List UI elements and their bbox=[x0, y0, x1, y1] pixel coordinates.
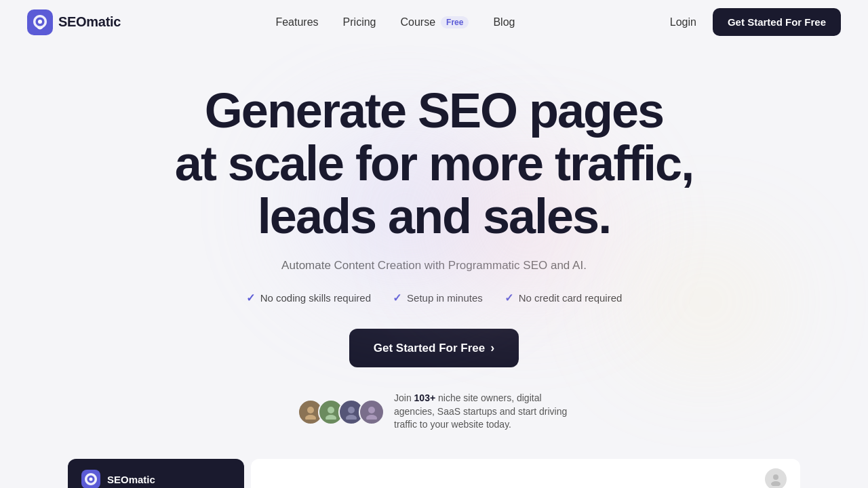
hero-cta-label: Get Started For Free bbox=[374, 342, 485, 355]
hero-section: Generate SEO pages at scale for more tra… bbox=[0, 44, 868, 459]
social-text-before: Join bbox=[394, 392, 414, 403]
svg-point-8 bbox=[368, 407, 375, 413]
hero-checks: ✓ No coding skills required ✓ Setup in m… bbox=[246, 291, 623, 304]
social-count: 103+ bbox=[414, 392, 436, 403]
svg-point-11 bbox=[90, 478, 93, 481]
check-icon-2: ✓ bbox=[393, 291, 401, 304]
nav-right: Login Get Started For Free bbox=[670, 8, 841, 36]
svg-point-6 bbox=[348, 407, 355, 413]
svg-point-3 bbox=[305, 415, 316, 420]
bottom-logo-text: SEOmatic bbox=[107, 474, 155, 485]
check-icon-3: ✓ bbox=[505, 291, 513, 304]
avatars-group bbox=[298, 399, 384, 425]
avatar-1-img bbox=[303, 405, 318, 420]
bottom-partial: SEOmatic bbox=[0, 459, 868, 488]
nav-pricing[interactable]: Pricing bbox=[343, 16, 376, 28]
logo-icon bbox=[27, 9, 53, 35]
bottom-light-card bbox=[251, 459, 800, 488]
check-item-3: ✓ No credit card required bbox=[505, 291, 623, 304]
hero-headline: Generate SEO pages at scale for more tra… bbox=[175, 85, 693, 243]
bottom-dark-card: SEOmatic bbox=[68, 459, 244, 488]
bottom-user-icon bbox=[769, 472, 783, 486]
svg-point-12 bbox=[773, 474, 778, 480]
nav-links: Features Pricing Course Free Blog bbox=[275, 16, 515, 28]
avatar-2-img bbox=[323, 405, 338, 420]
nav-blog[interactable]: Blog bbox=[493, 16, 515, 28]
logo-text: SEOmatic bbox=[58, 14, 121, 30]
free-badge: Free bbox=[441, 16, 469, 28]
login-button[interactable]: Login bbox=[670, 16, 696, 28]
hero-subtitle: Automate Content Creation with Programma… bbox=[281, 259, 587, 272]
nav-features[interactable]: Features bbox=[275, 16, 318, 28]
bottom-logo-icon bbox=[81, 470, 100, 488]
svg-point-9 bbox=[366, 415, 377, 420]
social-proof-text: Join 103+ niche site owners, digital age… bbox=[394, 392, 570, 432]
logo-link[interactable]: SEOmatic bbox=[27, 9, 121, 35]
hero-cta-button[interactable]: Get Started For Free › bbox=[349, 329, 519, 367]
headline-line2: at scale for more traffic, bbox=[175, 136, 693, 190]
check-label-1: No coding skills required bbox=[260, 292, 371, 304]
check-label-3: No credit card required bbox=[519, 292, 623, 304]
cta-arrow-icon: › bbox=[490, 341, 494, 355]
svg-point-13 bbox=[771, 481, 781, 486]
bottom-avatar-icon bbox=[765, 468, 787, 488]
avatar-4 bbox=[359, 399, 384, 425]
navbar: SEOmatic Features Pricing Course Free Bl… bbox=[0, 0, 868, 44]
avatar-3-img bbox=[344, 405, 359, 420]
svg-point-7 bbox=[346, 415, 357, 420]
svg-point-5 bbox=[326, 415, 336, 420]
svg-point-1 bbox=[38, 20, 42, 24]
check-item-2: ✓ Setup in minutes bbox=[393, 291, 483, 304]
social-proof: Join 103+ niche site owners, digital age… bbox=[298, 392, 570, 432]
nav-cta-button[interactable]: Get Started For Free bbox=[713, 8, 841, 36]
headline-line3: leads and sales. bbox=[258, 189, 610, 243]
nav-course[interactable]: Course bbox=[400, 16, 435, 28]
svg-point-4 bbox=[328, 407, 334, 413]
svg-point-2 bbox=[307, 407, 314, 413]
avatar-4-img bbox=[364, 405, 379, 420]
check-item-1: ✓ No coding skills required bbox=[246, 291, 371, 304]
nav-course-wrapper: Course Free bbox=[400, 16, 469, 28]
check-label-2: Setup in minutes bbox=[407, 292, 483, 304]
check-icon-1: ✓ bbox=[246, 291, 255, 304]
headline-line1: Generate SEO pages bbox=[205, 83, 663, 138]
blob-yellow bbox=[610, 234, 800, 369]
